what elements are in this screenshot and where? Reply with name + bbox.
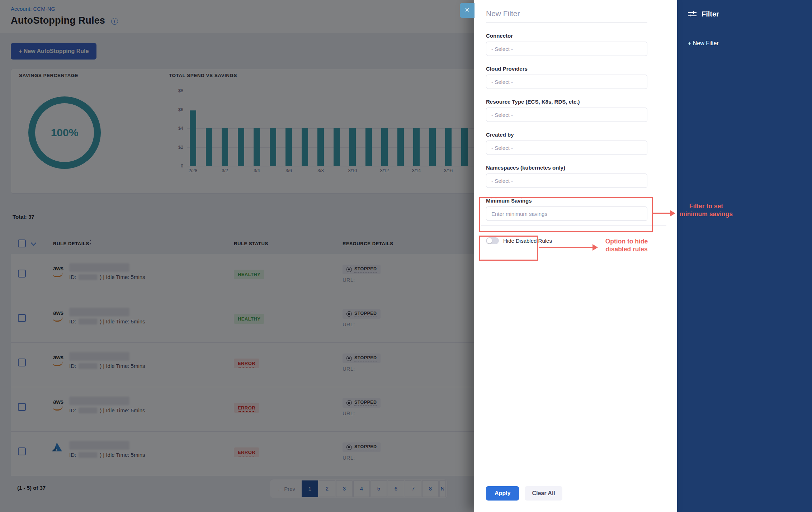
filter-field: Connector- Select - — [486, 32, 647, 56]
annotation-arrow-line — [652, 213, 671, 214]
select-0[interactable]: - Select - — [486, 42, 647, 56]
filter-name-input[interactable]: New Filter — [486, 9, 647, 23]
filter-field: Cloud Providers- Select - — [486, 65, 647, 89]
annotation-rect-minimum-savings — [479, 197, 653, 232]
annotation-minimum-savings-text: Filter to setminimum savings — [676, 202, 736, 218]
field-label-4: Namespaces (kubernetes only) — [486, 164, 647, 171]
filter-sidebar: Filter + New Filter — [677, 0, 812, 512]
select-4[interactable]: - Select - — [486, 174, 647, 188]
annotation-arrowhead — [670, 210, 675, 217]
new-filter-button[interactable]: + New Filter — [688, 40, 719, 47]
apply-button[interactable]: Apply — [486, 486, 519, 501]
annotation-rect-hide-disabled — [479, 236, 538, 261]
field-label-1: Cloud Providers — [486, 65, 647, 72]
select-3[interactable]: - Select - — [486, 141, 647, 155]
filter-field: Resource Type (ECS, K8s, RDS, etc.)- Sel… — [486, 98, 647, 122]
field-label-0: Connector — [486, 32, 647, 39]
annotation-arrowhead-2 — [593, 244, 598, 251]
filter-field: Namespaces (kubernetes only)- Select - — [486, 164, 647, 188]
filter-sliders-icon — [688, 11, 697, 18]
filter-fields: Connector- Select -Cloud Providers- Sele… — [486, 32, 647, 221]
filter-field: Created by- Select - — [486, 131, 647, 155]
field-label-3: Created by — [486, 131, 647, 138]
field-label-2: Resource Type (ECS, K8s, RDS, etc.) — [486, 98, 647, 105]
close-icon[interactable]: × — [460, 3, 475, 18]
annotation-arrow-line-2 — [539, 247, 593, 248]
clear-all-button[interactable]: Clear All — [525, 486, 562, 501]
annotation-hide-disabled-text: Option to hidedisabled rules — [602, 237, 651, 253]
select-2[interactable]: - Select - — [486, 108, 647, 122]
sidebar-title: Filter — [702, 10, 719, 18]
select-1[interactable]: - Select - — [486, 75, 647, 89]
